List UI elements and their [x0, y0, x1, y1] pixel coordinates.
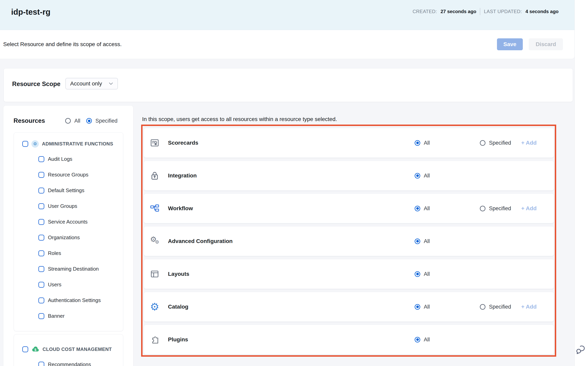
action-bar: Select Resource and define its scope of …	[0, 30, 574, 59]
workflow-add-button[interactable]: + Add	[521, 205, 537, 212]
all-radio[interactable]	[415, 140, 420, 146]
resource-type-list-item: Authentication Settings	[38, 292, 123, 308]
row-label: Layouts	[168, 271, 189, 277]
resource-scope-value: Account only	[70, 80, 102, 87]
puzzle-icon	[150, 335, 159, 344]
all-radio[interactable]	[415, 173, 420, 178]
catalog-gear-icon: ⚙	[150, 302, 159, 312]
scorecards-all-option[interactable]: All	[415, 140, 430, 146]
all-radio[interactable]	[65, 118, 71, 124]
plugins-all-option[interactable]: All	[415, 337, 430, 343]
action-description: Select Resource and define its scope of …	[3, 41, 122, 47]
advanced-configuration-all-option[interactable]: All	[415, 238, 430, 244]
resource-scope-select[interactable]: Account only	[65, 78, 118, 89]
svg-text:$: $	[35, 348, 36, 351]
last-updated-value: 4 seconds ago	[525, 9, 559, 14]
streaming-destination-checkbox[interactable]	[38, 266, 44, 272]
roles-checkbox[interactable]	[38, 250, 44, 256]
all-label: All	[424, 238, 430, 244]
layouts-all-option[interactable]: All	[415, 271, 430, 277]
all-radio-label: All	[74, 118, 80, 124]
resource-type-list-item: Audit Logs	[38, 151, 123, 167]
row-label: Scorecards	[168, 140, 198, 146]
resource-type-list-item: Organizations	[38, 230, 123, 245]
catalog-add-button[interactable]: + Add	[521, 304, 537, 310]
catalog-all-option[interactable]: All	[415, 304, 430, 310]
specified-radio[interactable]	[480, 206, 485, 211]
all-radio[interactable]	[415, 271, 420, 277]
specified-radio[interactable]	[86, 118, 92, 124]
discard-button[interactable]: Discard	[529, 38, 563, 50]
group-label: CLOUD COST MANAGEMENT	[43, 347, 112, 352]
catalog-specified-option[interactable]: Specified	[480, 304, 511, 310]
user-groups-checkbox[interactable]	[38, 203, 44, 209]
cloud-cost-management-checkbox[interactable]	[22, 346, 28, 352]
item-label: Roles	[48, 250, 61, 256]
all-radio[interactable]	[415, 206, 420, 211]
resource-type-list-item: Roles	[38, 245, 123, 261]
workflow-specified-option[interactable]: Specified	[480, 206, 511, 212]
authentication-settings-checkbox[interactable]	[38, 297, 44, 303]
item-label: Organizations	[48, 235, 80, 241]
chat-help-icon[interactable]	[576, 344, 586, 354]
organizations-checkbox[interactable]	[38, 235, 44, 241]
all-radio[interactable]	[415, 304, 420, 310]
specified-radio[interactable]	[480, 304, 485, 310]
users-checkbox[interactable]	[38, 282, 44, 288]
resource-group-card-cloud-cost-management: $ CLOUD COST MANAGEMENT Recommendations	[14, 334, 123, 366]
all-label: All	[424, 206, 430, 212]
last-updated-label: LAST UPDATED:	[484, 9, 522, 14]
row-label: Advanced Configuration	[168, 238, 232, 244]
banner-checkbox[interactable]	[38, 313, 44, 319]
created-label: CREATED:	[412, 9, 437, 14]
resource-type-list-item: Default Settings	[38, 183, 123, 198]
resource-scope-label: Resource Scope	[12, 80, 61, 88]
all-radio[interactable]	[415, 238, 420, 244]
resources-specified-option[interactable]: Specified	[86, 118, 117, 124]
item-label: Banner	[48, 313, 65, 319]
gear-badge-icon: ⚙	[31, 140, 39, 148]
timestamps: CREATED: 27 seconds ago LAST UPDATED: 4 …	[412, 8, 559, 15]
specified-radio[interactable]	[480, 140, 485, 146]
scorecards-specified-option[interactable]: Specified	[480, 140, 511, 146]
group-label: ADMINISTRATIVE FUNCTIONS	[42, 141, 113, 147]
save-button[interactable]: Save	[497, 38, 523, 50]
layout-icon	[150, 269, 159, 279]
row-label: Plugins	[168, 336, 188, 343]
resource-type-list-item: Resource Groups	[38, 167, 123, 183]
integration-all-option[interactable]: All	[415, 173, 430, 179]
row-label: Workflow	[168, 205, 193, 212]
workflow-all-option[interactable]: All	[415, 206, 430, 212]
created-value: 27 seconds ago	[441, 9, 476, 14]
all-label: All	[424, 337, 430, 343]
all-label: All	[424, 304, 430, 310]
resource-row-integration	[144, 161, 554, 190]
scorecards-add-button[interactable]: + Add	[521, 140, 537, 146]
timestamp-divider	[480, 8, 480, 15]
scorecard-icon	[150, 138, 159, 148]
resource-groups-checkbox[interactable]	[38, 172, 44, 178]
item-label: User Groups	[48, 203, 77, 209]
default-settings-checkbox[interactable]	[38, 188, 44, 194]
recommendations-checkbox[interactable]	[38, 362, 44, 366]
resources-all-option[interactable]: All	[65, 118, 80, 124]
row-label: Integration	[168, 172, 197, 179]
cloud-dollar-icon: $	[31, 346, 39, 353]
audit-logs-checkbox[interactable]	[38, 156, 44, 162]
specified-label: Specified	[489, 140, 511, 146]
resource-row-layouts	[144, 259, 554, 289]
resource-type-list-item: Banner	[38, 308, 123, 324]
resource-type-list-item: Streaming Destination	[38, 261, 123, 277]
resource-type-list-item: User Groups	[38, 198, 123, 214]
service-accounts-checkbox[interactable]	[38, 219, 44, 225]
item-label: Resource Groups	[48, 172, 88, 178]
resource-group-card-administrative-functions: ⚙ ADMINISTRATIVE FUNCTIONS Audit LogsRes…	[14, 132, 123, 331]
double-gear-icon: ⚙⚙	[150, 236, 159, 246]
item-label: Service Accounts	[48, 219, 87, 225]
specified-label: Specified	[489, 304, 511, 310]
workflow-icon	[150, 204, 159, 213]
administrative-functions-checkbox[interactable]	[22, 141, 28, 147]
resources-header: Resources All Specified	[3, 116, 133, 126]
resource-type-list-item: Service Accounts	[38, 214, 123, 230]
all-radio[interactable]	[415, 337, 420, 342]
